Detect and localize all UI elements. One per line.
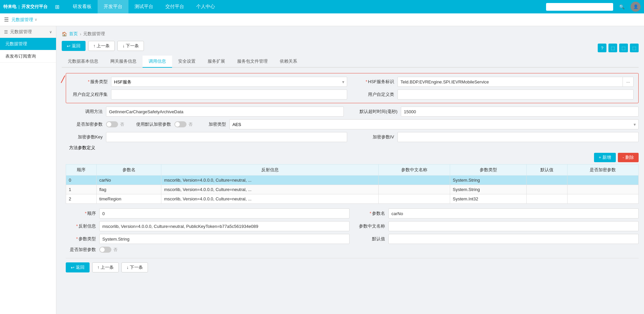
cell-encrypt	[567, 194, 638, 204]
cell-encrypt	[567, 176, 638, 185]
hsf-row-1: 服务类型 HSF服务 HSF服务标识 ···	[71, 77, 634, 87]
tab-basic-info[interactable]: 元数据基本信息	[62, 56, 104, 68]
nav-profile[interactable]: 个人中心	[190, 0, 221, 13]
encrypt-iv-input[interactable]	[397, 132, 639, 142]
detail-param-name-input[interactable]	[388, 208, 639, 218]
add-row-button[interactable]: + 新增	[594, 153, 616, 162]
sidebar-section-title[interactable]: ☰ 元数据管理 ∨	[0, 26, 56, 38]
search-button[interactable]: 🔍	[616, 3, 628, 11]
sidebar: ☰ 元数据管理 ∨ 元数据管理 表发布订阅查询	[0, 26, 56, 314]
cell-default	[527, 185, 567, 194]
detail-param-type-input[interactable]	[99, 234, 350, 244]
detail-param-type-row: 参数类型	[66, 234, 350, 244]
detail-row-3: 参数类型 默认值	[66, 234, 639, 247]
help-icon[interactable]: ?	[598, 44, 606, 52]
page-action-icon-1[interactable]: ⬚	[608, 44, 617, 52]
del-row-button[interactable]: - 删除	[618, 153, 639, 162]
detail-order-input[interactable]	[99, 208, 350, 218]
hamburger-icon[interactable]: ☰	[4, 16, 9, 23]
next-button[interactable]: ↓ 下一条	[117, 41, 144, 51]
search-input[interactable]	[546, 3, 613, 11]
encrypt-row: 是否加密参数 否 使用默认加密参数 否 加密类型	[66, 119, 639, 129]
bottom-back-button[interactable]: ↩ 返回	[66, 262, 90, 272]
top-nav: 特来电 | 开发交付平台 ⊞ 研发看板 开发平台 测试平台 交付平台 个人中心 …	[0, 0, 644, 13]
table-row[interactable]: 2 timeRegion mscorlib, Version=4.0.0.0, …	[66, 194, 639, 204]
nav-test[interactable]: 测试平台	[128, 0, 159, 13]
cell-param-cn	[379, 185, 450, 194]
detail-encrypt-no-label: 否	[113, 247, 117, 253]
hsf-id-input[interactable]	[397, 77, 623, 87]
cell-param-name: carNo	[97, 176, 161, 185]
nav-delivery[interactable]: 交付平台	[159, 0, 190, 13]
avatar[interactable]: 👤	[631, 2, 641, 12]
encrypt-type-select[interactable]: AES	[229, 119, 639, 129]
encrypt-key-row: 加密参数Key 加密参数IV	[66, 132, 639, 142]
call-method-input[interactable]	[106, 107, 344, 117]
hsf-section-wrapper: ╱ 服务类型 HSF服务 HSF服务标识	[66, 73, 639, 103]
sidebar-item-metadata[interactable]: 元数据管理	[0, 38, 56, 50]
detail-reflect-input[interactable]	[99, 221, 350, 231]
bottom-prev-button[interactable]: ↑ 上一条	[92, 262, 119, 272]
detail-default-input[interactable]	[388, 234, 639, 244]
detail-reflect-label: 反射信息	[66, 223, 99, 229]
encrypt-key-input[interactable]	[106, 132, 347, 142]
detail-param-cn-input[interactable]	[388, 221, 639, 231]
prev-button[interactable]: ↑ 上一条	[88, 41, 115, 51]
nav-research[interactable]: 研发看板	[67, 0, 98, 13]
sidebar-item-publish[interactable]: 表发布订阅查询	[0, 50, 56, 63]
call-info-section: 调用方法 默认超时时间(毫秒) 是否加密参数 否	[66, 107, 639, 253]
cell-param-cn	[379, 176, 450, 185]
cell-param-type: System.String	[450, 176, 526, 185]
service-id-label: HSF服务标识	[361, 79, 397, 85]
back-label: 返回	[72, 43, 80, 49]
tab-security[interactable]: 安全设置	[172, 56, 202, 68]
tab-dependency[interactable]: 依赖关系	[274, 56, 303, 68]
table-row[interactable]: 0 carNo mscorlib, Version=4.0.0.0, Cultu…	[66, 176, 639, 185]
nav-dev[interactable]: 开发平台	[98, 0, 128, 13]
custom-class-input[interactable]	[397, 89, 634, 100]
section-expand-icon[interactable]: ∨	[35, 17, 37, 22]
cell-default	[527, 176, 567, 185]
detail-encrypt-toggle[interactable]	[99, 247, 111, 253]
encrypt-no-label: 否	[120, 122, 124, 127]
form-wrapper: ╱ 服务类型 HSF服务 HSF服务标识	[62, 73, 639, 272]
tab-service-ext[interactable]: 服务扩展	[202, 56, 231, 68]
second-nav: ☰ 元数据管理 ∨	[0, 13, 644, 26]
custom-jarset-input[interactable]	[111, 89, 347, 100]
hsf-id-wrapper: ···	[397, 77, 634, 87]
detail-form: 顺序 参数名 反射信息	[66, 208, 639, 253]
page-action-icon-2[interactable]: ⬚	[619, 44, 628, 52]
page-action-icon-3[interactable]: ⬚	[630, 44, 639, 52]
detail-encrypt-label: 是否加密参数	[66, 247, 99, 253]
use-default-no-label: 否	[189, 122, 193, 127]
detail-order-row: 顺序	[66, 208, 350, 218]
timeout-label: 默认超时时间(毫秒)	[357, 109, 401, 115]
cell-order: 0	[66, 176, 97, 185]
service-type-label: 服务类型	[71, 79, 111, 85]
service-type-select[interactable]: HSF服务	[111, 77, 347, 87]
sidebar-section-label: 元数据管理	[10, 29, 32, 35]
encrypt-toggle[interactable]	[106, 121, 118, 127]
back-button[interactable]: ↩ 返回	[62, 41, 86, 51]
hsf-section: 服务类型 HSF服务 HSF服务标识 ···	[66, 73, 639, 103]
params-table: 顺序 参数名 反射信息 参数中文名称 参数类型 默认值 是否加密参数	[66, 164, 639, 204]
hsf-id-btn[interactable]: ···	[623, 77, 634, 87]
next-label: ↓ 下一条	[122, 43, 139, 49]
sidebar-collapse-icon: ∨	[49, 30, 52, 34]
brand-platform: 开发交付平台	[21, 4, 48, 10]
tab-gateway-info[interactable]: 网关服务信息	[104, 56, 143, 68]
col-reflect: 反射信息	[161, 165, 379, 176]
page-action-icons: ? ⬚ ⬚ ⬚	[598, 44, 639, 52]
use-default-encrypt-label: 使用默认加密参数	[134, 121, 174, 127]
breadcrumb-home[interactable]: 首页	[69, 31, 78, 37]
bottom-prev-label: ↑ 上一条	[97, 264, 114, 270]
tab-call-info[interactable]: 调用信息	[143, 56, 172, 68]
grid-icon[interactable]: ⊞	[55, 4, 59, 10]
bottom-next-button[interactable]: ↓ 下一条	[121, 262, 148, 272]
cell-encrypt	[567, 185, 638, 194]
table-row[interactable]: 1 flag mscorlib, Version=4.0.0.0, Cultur…	[66, 185, 639, 194]
timeout-input[interactable]	[401, 107, 639, 117]
detail-param-cn-row: 参数中文名称	[355, 221, 639, 231]
tab-service-pkg[interactable]: 服务包文件管理	[231, 56, 274, 68]
use-default-toggle[interactable]	[174, 121, 186, 127]
